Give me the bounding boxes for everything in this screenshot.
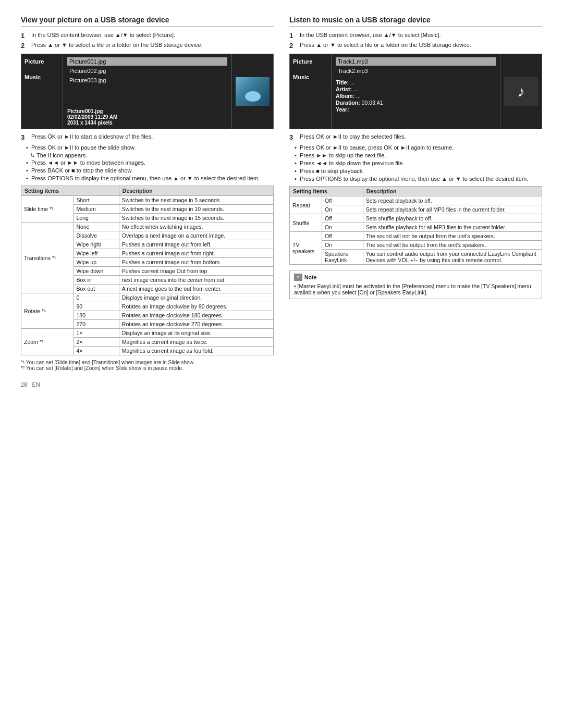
footnotes: *¹ You can set [Slide time] and [Transit…: [21, 360, 274, 371]
left-column: View your picture on a USB storage devic…: [21, 16, 274, 371]
music-table-desc-cell: Sets shuffle playback to off.: [363, 214, 542, 223]
table-sub-cell: Long: [74, 214, 119, 223]
left-step2-text: Press ▲ or ▼ to select a file or a folde…: [31, 42, 203, 50]
artist-label: Artist:: [336, 86, 352, 92]
page-footer: 28 EN: [21, 381, 542, 388]
bullet-pause: Press OK or ►II to pause the slide show.: [26, 144, 274, 151]
title-value: ...: [350, 79, 355, 85]
file-item-2[interactable]: Picture002.jpg: [67, 67, 227, 75]
music-table-sub-cell: On: [322, 223, 363, 232]
table-desc-cell: Magnifies a current image as twice.: [119, 338, 273, 347]
music-table-group-cell: Repeat: [290, 196, 322, 214]
table-sub-cell: Wipe down: [74, 267, 119, 276]
left-title: View your picture on a USB storage devic…: [21, 16, 274, 27]
music-browser-sidebar: Picture Music: [290, 54, 332, 129]
table-sub-cell: 2×: [74, 338, 119, 347]
table-desc-cell: A next image goes to the out from center…: [119, 285, 273, 293]
note-icon: ≡: [294, 274, 302, 281]
right-title: Listen to music on a USB storage device: [289, 16, 542, 27]
music-table-group-cell: TV speakers: [290, 232, 322, 265]
right-step2-text: Press ▲ or ▼ to select a file or a folde…: [300, 42, 471, 50]
music-album-row: Album: ...: [336, 93, 496, 99]
table-group-cell: Transitions *¹: [21, 223, 74, 293]
music-bullet-next: Press ►► to skip up the next file.: [295, 152, 542, 158]
step-number-1: 1: [21, 32, 28, 40]
file-name: Picture001.jpg: [67, 108, 227, 114]
right-step1-text: In the USB content browser, use ▲/▼ to s…: [300, 32, 441, 40]
table-desc-cell: next image comes into the center from ou…: [119, 276, 273, 285]
music-sidebar-picture[interactable]: Picture: [293, 58, 328, 65]
table-desc-cell: Rotates an image clockwise 270 degrees.: [119, 320, 273, 329]
table-group-cell: Rotate *²: [21, 293, 74, 329]
note-header: ≡ Note: [294, 274, 537, 281]
music-year-row: Year:: [336, 106, 496, 113]
music-table-desc-cell: You can control audio output from your c…: [363, 250, 542, 265]
right-column: Listen to music on a USB storage device …: [289, 16, 542, 371]
page-number: 28: [21, 381, 27, 388]
table-desc-cell: Pushes a current image out from right.: [119, 249, 273, 258]
album-label: Album:: [336, 93, 354, 99]
sidebar-music[interactable]: Music: [25, 74, 59, 80]
table-desc-cell: Switches to the next image in 10 seconds…: [119, 205, 273, 214]
table-sub-cell: None: [74, 223, 119, 231]
right-step3-text: Press OK or ►II to play the selected fil…: [300, 133, 406, 141]
picture-bullets: Press OK or ►II to pause the slide show.…: [26, 144, 274, 181]
bullet-icon: The II icon appears.: [26, 152, 274, 158]
table-desc-cell: Rotates an image clockwise 180 degrees.: [119, 311, 273, 320]
picture-settings-table: Setting items Description Slide time *¹S…: [21, 186, 274, 355]
table-sub-cell: 180: [74, 311, 119, 320]
music-metadata: Title: ... Artist: ... Album: ... Durati…: [336, 79, 496, 113]
music-settings-table: Setting items Description RepeatOffSets …: [289, 186, 542, 265]
year-label: Year:: [336, 106, 349, 113]
music-file-list: Track1.mp3 Track2.mp3 Title: ... Artist:…: [332, 54, 500, 129]
table-sub-cell: Wipe up: [74, 258, 119, 267]
music-bullets: Press OK or ►II to pause, press OK or ►I…: [295, 144, 542, 182]
step-number-3: 3: [21, 133, 28, 141]
file-dimensions: 2031 x 1434 pixels: [67, 120, 227, 126]
table-sub-cell: 90: [74, 302, 119, 311]
right-step-number-3: 3: [289, 133, 297, 141]
file-item-1[interactable]: Picture001.jpg: [67, 57, 227, 66]
music-table-desc-cell: The sound will not be output from the un…: [363, 232, 542, 241]
music-bullet-stop: Press ■ to stop playback.: [295, 168, 542, 174]
music-table-sub-cell: On: [322, 205, 363, 214]
music-file-item-2[interactable]: Track2.mp3: [336, 67, 496, 75]
music-sidebar-music[interactable]: Music: [293, 74, 328, 80]
note-box: ≡ Note • [Master EasyLink] must be activ…: [289, 270, 542, 299]
music-table-desc-cell: Sets repeat playback to off.: [363, 196, 542, 205]
picture-thumbnail: [231, 54, 273, 129]
music-bullet-options: Press OPTIONS to display the optional me…: [295, 176, 542, 182]
table-sub-cell: Wipe right: [74, 240, 119, 249]
right-step3: 3 Press OK or ►II to play the selected f…: [289, 133, 542, 141]
music-table-desc-cell: The sound will be output from the unit's…: [363, 241, 542, 250]
music-file-item-1[interactable]: Track1.mp3: [336, 57, 496, 66]
music-bullet-prev: Press ◄◄ to skip down the previous file.: [295, 160, 542, 166]
title-label: Title:: [336, 79, 349, 85]
page-layout: View your picture on a USB storage devic…: [21, 16, 542, 371]
table-sub-cell: Dissolve: [74, 231, 119, 240]
table-sub-cell: Wipe left: [74, 249, 119, 258]
music-title-row: Title: ...: [336, 79, 496, 85]
table-header-setting: Setting items: [21, 186, 119, 196]
music-table-sub-cell: Speakers EasyLink: [322, 250, 363, 265]
browser-sidebar: Picture Music: [21, 54, 63, 129]
file-item-3[interactable]: Picture003.jpg: [67, 76, 227, 84]
footnote2: *² You can set [Rotate] and [Zoom] when …: [21, 365, 274, 371]
right-step-number-1: 1: [289, 32, 297, 40]
sidebar-picture[interactable]: Picture: [25, 58, 59, 65]
file-date: 02/02/2009 11:29 AM: [67, 114, 227, 120]
table-group-cell: Slide time *¹: [21, 196, 74, 223]
table-desc-cell: Pushes a current image out from bottom.: [119, 258, 273, 267]
left-step3-text: Press OK or ►II to start a slideshow of …: [31, 133, 153, 141]
duration-label: Duration:: [336, 100, 360, 106]
bullet-move: Press ◄◄ or ►► to move between images.: [26, 159, 274, 166]
table-sub-cell: 1×: [74, 329, 119, 338]
music-table-header-desc: Description: [363, 187, 542, 196]
table-desc-cell: Displays image original direction.: [119, 293, 273, 302]
music-table-sub-cell: Off: [322, 214, 363, 223]
duration-value: 00:03:41: [362, 100, 383, 106]
table-desc-cell: Switches to the next image in 5 seconds.: [119, 196, 273, 205]
note-label: Note: [304, 274, 316, 280]
table-sub-cell: 270: [74, 320, 119, 329]
table-desc-cell: Overlaps a next image on a current image…: [119, 231, 273, 240]
